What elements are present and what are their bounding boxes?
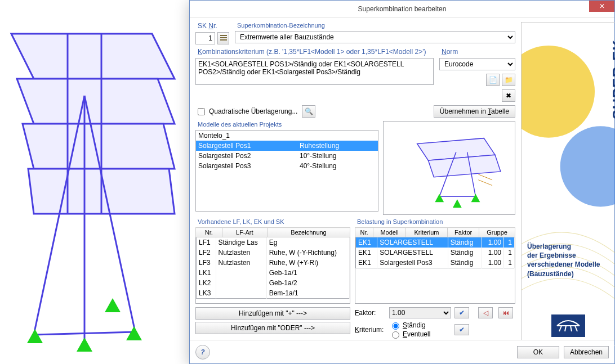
modelle-item[interactable]: Solargestell Pos210°-Stellung <box>196 151 378 161</box>
magnifier-icon: 🔍 <box>305 107 313 115</box>
table-row[interactable]: EK1SOLARGESTELLStändig1.001 <box>356 248 515 258</box>
svg-line-30 <box>565 326 566 331</box>
svg-marker-1 <box>17 79 175 124</box>
svg-line-26 <box>478 180 492 186</box>
svg-line-29 <box>559 326 561 331</box>
cancel-button[interactable]: Abbrechen <box>564 346 609 358</box>
folder-icon: 📁 <box>505 76 513 84</box>
quadratic-detail-button[interactable]: 🔍 <box>302 105 315 118</box>
bezeichnung-label: Superkombination-Bezeichnung <box>235 22 515 29</box>
brand-name: SUPER-EK <box>609 39 615 119</box>
sk-list-button[interactable] <box>217 32 229 44</box>
kombination-label: Kombinationskriterium (z.B. '1,35*LF1<Mo… <box>195 48 434 56</box>
brand-description: Überlagerung der Ergebnisse verschiedene… <box>527 242 600 278</box>
close-icon: ✕ <box>599 2 605 10</box>
sk-nr-label: SK Nr. <box>195 22 229 30</box>
svg-point-28 <box>560 126 615 206</box>
table-row[interactable]: LF1Ständige LasEg <box>197 237 350 248</box>
sk-number-input[interactable] <box>195 32 215 44</box>
help-icon: ? <box>200 348 204 356</box>
svg-marker-22 <box>435 194 444 202</box>
svg-point-27 <box>522 46 595 138</box>
kriterium-eventuell-radio[interactable]: Eventuell <box>389 330 451 339</box>
svg-line-25 <box>478 174 492 180</box>
belastung-label: Belastung in Superkombination <box>355 218 515 225</box>
svg-marker-13 <box>105 298 121 312</box>
table-row[interactable]: EK1Solargestell Pos3Ständig1.001 <box>356 258 515 268</box>
norm-delete-button[interactable]: ✖ <box>502 89 515 102</box>
rewind-button[interactable]: ⏮ <box>498 307 513 318</box>
model-preview <box>383 121 515 215</box>
edit-supercombination-dialog: Superkombination bearbeiten ✕ SK Nr. <box>189 0 615 364</box>
quadratic-checkbox[interactable] <box>198 108 205 115</box>
svg-marker-0 <box>11 34 175 79</box>
table-row[interactable]: LK3Bem-1a/1 <box>197 288 350 299</box>
brand-panel: SUPER-EK Überlagerung der Ergebnisse ver… <box>521 22 615 345</box>
table-row[interactable]: LK2Geb-1a/2 <box>197 278 350 288</box>
svg-rect-16 <box>220 39 227 41</box>
bezeichnung-select[interactable]: Extremwerte aller Bauzustände <box>235 31 515 43</box>
uebernehmen-button[interactable]: Übernehmen in Tabelle <box>434 105 515 118</box>
table-row[interactable]: LK1Geb-1a/1 <box>197 268 350 278</box>
svg-marker-12 <box>126 326 142 340</box>
add-plus-button[interactable]: Hinzufügen mit "+" ---> <box>195 307 350 320</box>
svg-marker-10 <box>27 329 43 343</box>
svg-rect-14 <box>220 35 227 36</box>
rewind-icon: ⏮ <box>502 309 509 317</box>
help-button[interactable]: ? <box>195 345 210 359</box>
dialog-title: Superkombination bearbeiten <box>358 5 447 13</box>
list-icon <box>220 34 228 43</box>
svg-marker-24 <box>453 199 462 208</box>
main-3d-viewport <box>0 0 189 364</box>
svg-line-32 <box>575 326 577 331</box>
delete-icon: ✖ <box>506 92 511 100</box>
kriterium-confirm-button[interactable]: ✔ <box>454 324 469 335</box>
norm-new-button[interactable]: 📄 <box>486 74 500 86</box>
svg-marker-11 <box>77 338 92 352</box>
norm-open-button[interactable]: 📁 <box>502 74 515 86</box>
svg-line-31 <box>571 326 572 331</box>
dialog-footer: ? OK Abbrechen <box>190 340 614 363</box>
close-button[interactable]: ✕ <box>589 1 614 12</box>
check-icon: ✔ <box>459 326 465 334</box>
prev-icon: ◁ <box>483 309 488 317</box>
document-icon: 📄 <box>489 76 497 84</box>
titlebar: Superkombination bearbeiten ✕ <box>190 1 614 17</box>
faktor-select[interactable]: 1.00 <box>389 307 451 318</box>
brand-logo <box>551 314 585 337</box>
norm-select[interactable]: Eurocode <box>439 58 515 70</box>
table-row[interactable]: LF3NutzlastenRuhe, W (+Y-Ri) <box>197 258 350 268</box>
vorhandene-label: Vorhandene LF, LK, EK und SK <box>195 218 350 225</box>
modelle-item[interactable]: Solargestell Pos340°-Stellung <box>196 161 378 171</box>
vorhandene-table[interactable]: Nr.LF-ArtBezeichnung <box>195 227 350 237</box>
faktor-label: Faktor: <box>355 309 386 317</box>
prev-button[interactable]: ◁ <box>478 307 493 318</box>
kombination-textarea[interactable]: EK1<SOLARGESTELL POS1>/Ständig oder EK1<… <box>195 58 434 85</box>
svg-rect-15 <box>220 37 227 38</box>
modelle-label: Modelle des aktuellen Projekts <box>195 121 378 128</box>
table-row[interactable]: EK1SOLARGESTELLStändig1.001 <box>356 237 515 248</box>
norm-label: Norm <box>439 48 515 56</box>
kriterium-label: Kriterium: <box>355 326 386 334</box>
belastung-table[interactable]: Nr.ModellKriteriumFaktorGruppe <box>355 227 515 237</box>
modelle-item[interactable]: Solargestell Pos1Ruhestellung <box>196 141 378 151</box>
faktor-confirm-button[interactable]: ✔ <box>454 307 469 318</box>
add-oder-button[interactable]: Hinzufügen mit "ODER" ---> <box>195 322 350 334</box>
check-icon: ✔ <box>459 309 465 317</box>
table-row[interactable]: LF2NutzlastenRuhe, W (-Y-Richtung) <box>197 248 350 258</box>
quadratic-checkbox-label[interactable]: Quadratische Überlagerung... <box>195 106 297 117</box>
svg-marker-23 <box>471 194 480 202</box>
modelle-list[interactable]: Montelo_1Solargestell Pos1RuhestellungSo… <box>195 130 378 212</box>
kriterium-staendig-radio[interactable]: Ständig <box>389 321 451 330</box>
modelle-item[interactable]: Montelo_1 <box>196 131 378 141</box>
ok-button[interactable]: OK <box>517 346 559 358</box>
